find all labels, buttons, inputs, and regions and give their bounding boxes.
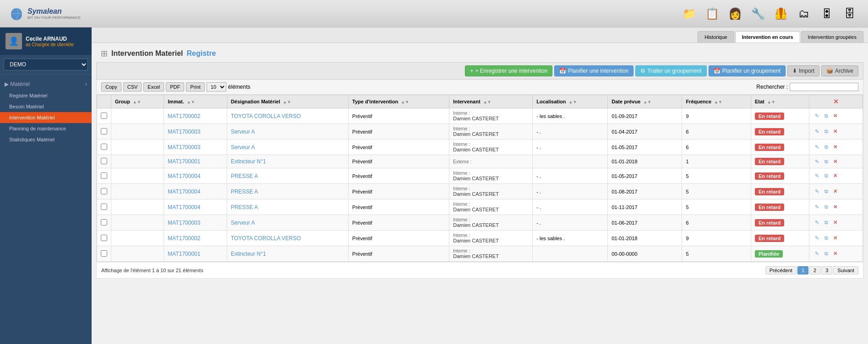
designation-link[interactable]: Serveur A	[231, 144, 255, 150]
delete-row-btn[interactable]: ✕	[831, 157, 840, 166]
copy-row-btn[interactable]: ⧉	[822, 203, 830, 211]
copy-btn[interactable]: Copy	[101, 82, 121, 91]
person-icon[interactable]: 👩	[726, 5, 744, 23]
delete-row-btn[interactable]: ✕	[831, 203, 840, 211]
planifier-btn[interactable]: 📅 Planifier une intervention	[554, 65, 633, 76]
edit-btn[interactable]: ✎	[813, 143, 821, 151]
copy-row-btn[interactable]: ⧉	[822, 234, 830, 242]
clipboard-icon[interactable]: 📋	[703, 5, 721, 23]
stack-icon[interactable]: 🗂	[795, 5, 813, 23]
copy-row-btn[interactable]: ⧉	[822, 157, 830, 166]
immat-link[interactable]: MAT1700003	[168, 144, 200, 150]
designation-link[interactable]: Serveur A	[231, 129, 255, 135]
sidebar-item-planning[interactable]: Planning de maintenance	[0, 123, 92, 134]
th-group[interactable]: Group ▲▼	[111, 95, 164, 108]
tab-historique[interactable]: Historique	[698, 31, 734, 43]
designation-link[interactable]: PRESSE A	[231, 188, 258, 195]
planifier2-btn[interactable]: 📅 Planifier un groupement	[709, 65, 786, 76]
row-checkbox[interactable]	[101, 188, 107, 194]
immat-link[interactable]: MAT1700002	[168, 235, 200, 242]
sidebar-item-intervention[interactable]: Intervention Matériel	[0, 112, 92, 123]
designation-link[interactable]: Extincteur N°1	[231, 158, 266, 165]
edit-btn[interactable]: ✎	[813, 128, 821, 136]
th-etat[interactable]: Etat ▲▼	[751, 95, 809, 108]
edit-btn[interactable]: ✎	[813, 203, 821, 211]
csv-btn[interactable]: CSV	[123, 82, 142, 91]
edit-btn[interactable]: ✎	[813, 250, 821, 258]
immat-link[interactable]: MAT1700003	[168, 220, 200, 226]
sidebar-section-header-materiel[interactable]: ▶ Matériel ›	[0, 78, 92, 90]
traiter-btn[interactable]: ⚙ Traiter un groupement	[635, 65, 706, 76]
folder-icon[interactable]: 📁	[680, 5, 699, 23]
row-checkbox[interactable]	[101, 158, 107, 164]
row-checkbox[interactable]	[101, 172, 107, 179]
copy-row-btn[interactable]: ⧉	[822, 143, 830, 151]
designation-link[interactable]: Extincteur N°1	[231, 251, 266, 257]
row-checkbox[interactable]	[101, 128, 107, 134]
immat-link[interactable]: MAT1700003	[168, 129, 200, 135]
designation-link[interactable]: Serveur A	[231, 220, 255, 226]
pdf-btn[interactable]: PDF	[166, 82, 184, 91]
th-type[interactable]: Type d'intervention ▲▼	[349, 95, 449, 108]
import-btn[interactable]: ⬇ Import	[787, 65, 819, 76]
print-btn[interactable]: Print	[186, 82, 205, 91]
immat-link[interactable]: MAT1700004	[168, 173, 200, 179]
sidebar-item-statistiques[interactable]: Statistiques Matériel	[0, 134, 92, 145]
next-page-btn[interactable]: Suivant	[833, 266, 858, 274]
edit-btn[interactable]: ✎	[813, 234, 821, 242]
row-checkbox[interactable]	[101, 144, 107, 150]
edit-btn[interactable]: ✎	[813, 112, 821, 120]
excel-btn[interactable]: Excel	[143, 82, 164, 91]
row-checkbox[interactable]	[101, 235, 107, 241]
copy-row-btn[interactable]: ⧉	[822, 250, 830, 258]
immat-link[interactable]: MAT1700002	[168, 113, 200, 119]
equalizer-icon[interactable]: 🎛	[818, 5, 836, 23]
sidebar-item-besoin[interactable]: Besoin Matériel	[0, 101, 92, 112]
archive-btn[interactable]: 📦 Archive	[821, 65, 858, 76]
row-checkbox[interactable]	[101, 113, 107, 119]
database-icon[interactable]: 🗄	[841, 5, 859, 23]
designation-link[interactable]: TOYOTA COROLLA VERSO	[231, 113, 301, 119]
sidebar-item-registre[interactable]: Registre Matériel	[0, 90, 92, 101]
th-freq[interactable]: Fréquence ▲▼	[682, 95, 751, 108]
prev-page-btn[interactable]: Précédent	[765, 266, 797, 274]
th-delete[interactable]: ✕	[809, 95, 863, 108]
edit-btn[interactable]: ✎	[813, 157, 821, 166]
copy-row-btn[interactable]: ⧉	[822, 219, 830, 227]
row-checkbox[interactable]	[101, 250, 107, 257]
delete-row-btn[interactable]: ✕	[831, 128, 840, 136]
copy-row-btn[interactable]: ⧉	[822, 172, 830, 180]
vest-icon[interactable]: 🦺	[772, 5, 790, 23]
tab-intervention-groupees[interactable]: Intervention groupées	[801, 31, 863, 43]
delete-row-btn[interactable]: ✕	[831, 250, 840, 258]
search-input[interactable]	[790, 83, 858, 91]
page-1-btn[interactable]: 1	[797, 266, 808, 274]
delete-row-btn[interactable]: ✕	[831, 234, 840, 242]
th-designation[interactable]: Désignation Matériel ▲▼	[227, 95, 348, 108]
delete-row-btn[interactable]: ✕	[831, 219, 840, 227]
th-intervenant[interactable]: Intervenant ▲▼	[449, 95, 533, 108]
th-immat[interactable]: Immat. ▲▼	[164, 95, 227, 108]
page-3-btn[interactable]: 3	[821, 266, 832, 274]
edit-btn[interactable]: ✎	[813, 188, 821, 196]
copy-row-btn[interactable]: ⧉	[822, 128, 830, 136]
delete-row-btn[interactable]: ✕	[831, 172, 840, 180]
edit-btn[interactable]: ✎	[813, 219, 821, 227]
designation-link[interactable]: TOYOTA COROLLA VERSO	[231, 235, 301, 242]
designation-link[interactable]: PRESSE A	[231, 173, 258, 179]
tools-icon[interactable]: 🔧	[749, 5, 767, 23]
delete-row-btn[interactable]: ✕	[831, 188, 840, 196]
delete-row-btn[interactable]: ✕	[831, 112, 840, 120]
per-page-select[interactable]: 10 25 50	[207, 82, 226, 91]
row-checkbox[interactable]	[101, 204, 107, 210]
th-localisation[interactable]: Localisation ▲▼	[533, 95, 608, 108]
demo-select[interactable]: DEMO	[4, 59, 88, 70]
enregistrer-btn[interactable]: + + Enregistrer une intervention	[465, 65, 552, 76]
page-2-btn[interactable]: 2	[809, 266, 820, 274]
immat-link[interactable]: MAT1700004	[168, 204, 200, 210]
th-date[interactable]: Date prévue ▲▼	[608, 95, 682, 108]
designation-link[interactable]: PRESSE A	[231, 204, 258, 210]
immat-link[interactable]: MAT1700001	[168, 251, 200, 257]
delete-row-btn[interactable]: ✕	[831, 143, 840, 151]
copy-row-btn[interactable]: ⧉	[822, 112, 830, 120]
